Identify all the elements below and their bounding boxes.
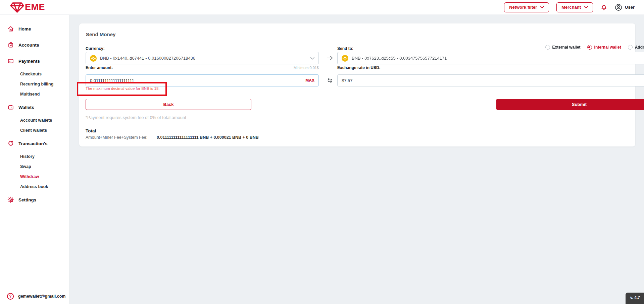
minimum-hint: Minimum 0.01$ (86, 66, 319, 70)
sidebar-item-settings[interactable]: Settings (0, 192, 69, 208)
network-filter-button[interactable]: Network filter (504, 2, 549, 12)
sidebar-item-history[interactable]: History (0, 151, 69, 162)
currency-select-value: BNB - 0x1440..d67441 - 0.016000827206718… (100, 56, 195, 61)
currency-label: Currency: (86, 46, 105, 51)
send-to-radio-group: External wallet Internal wallet Address … (337, 45, 644, 50)
amount-input-wrap: MAX (86, 74, 319, 86)
user-avatar-icon (615, 4, 622, 11)
sidebar-item-recurring-billing[interactable]: Recurring billing (0, 79, 69, 89)
merchant-button[interactable]: Merchant (556, 2, 593, 12)
sidebar-item-home[interactable]: Home (0, 21, 69, 37)
chevron-down-icon (540, 6, 544, 8)
amount-input[interactable] (90, 78, 305, 83)
exchange-rate-input-wrap (337, 74, 644, 86)
sidebar-nav: Home Accounts Payments Checkouts Recurri… (0, 15, 69, 304)
help-icon[interactable]: ? (7, 293, 14, 300)
sidebar-item-multisend[interactable]: Multisend (0, 89, 69, 99)
radio-internal-wallet[interactable]: Internal wallet (587, 45, 621, 50)
card-icon (7, 58, 14, 64)
recipient-select-value: BNB - 0x7623..d25c55 - 0.003475756577214… (352, 56, 447, 61)
total-breakdown-value: 0.011111111111111111 BNB + 0.000021 BNB … (157, 135, 259, 140)
top-header: EME Network filter Merchant (0, 0, 644, 15)
exchange-rate-label: Exchange rate in USD: (337, 65, 381, 70)
exchange-rate-input[interactable] (342, 78, 644, 83)
logo-text: EME (25, 2, 45, 12)
radio-circle-icon (587, 45, 592, 50)
bnb-coin-icon (342, 55, 348, 62)
max-button[interactable]: MAX (305, 78, 314, 83)
radio-circle-icon (545, 45, 550, 50)
radio-circle-icon (628, 45, 633, 50)
total-row: Amount+Miner Fee+System Fee: 0.011111111… (86, 135, 259, 140)
sidebar-item-checkouts[interactable]: Checkouts (0, 69, 69, 79)
account-email: gemewallet@gmail.com (18, 294, 65, 299)
sidebar-item-payments[interactable]: Payments (0, 53, 69, 69)
sidebar-item-swap[interactable]: Swap (0, 162, 69, 172)
swap-icon[interactable] (325, 77, 335, 84)
arrow-right-icon (325, 55, 335, 61)
sidebar-item-accounts[interactable]: Accounts (0, 37, 69, 53)
svg-text:?: ? (9, 294, 11, 299)
currency-select[interactable]: BNB - 0x1440..d67441 - 0.016000827206718… (86, 52, 319, 64)
page-title: Send Money (86, 32, 115, 37)
chevron-down-icon (584, 6, 588, 8)
wallet-icon (7, 104, 14, 111)
sidebar-item-wallets[interactable]: Wallets (0, 99, 69, 115)
bag-icon (7, 42, 14, 48)
gear-icon (7, 196, 14, 203)
recipient-select[interactable]: BNB - 0x7623..d25c55 - 0.003475756577214… (337, 52, 644, 64)
gem-logo-icon (10, 1, 24, 13)
user-menu[interactable]: User (615, 4, 635, 11)
radio-address-book[interactable]: Address Book (628, 45, 644, 50)
sidebar-item-account-wallets[interactable]: Account wallets (0, 115, 69, 125)
system-fee-note: *Payment requires system fee of 0% of to… (86, 115, 186, 120)
amount-error-message: The maximum decimal value for BNB is 18. (86, 86, 160, 90)
bnb-coin-icon (90, 55, 97, 62)
user-label: User (625, 5, 635, 10)
sidebar-item-client-wallets[interactable]: Client wallets (0, 125, 69, 135)
send-money-card: Send Money Currency: Send to: External w… (79, 23, 635, 146)
chevron-down-icon (310, 57, 314, 60)
total-breakdown-label: Amount+Miner Fee+System Fee: (86, 135, 147, 140)
sidebar-item-address-book[interactable]: Address book (0, 182, 69, 192)
sidebar-item-withdraw[interactable]: Withdraw (0, 172, 69, 182)
radio-external-wallet[interactable]: External wallet (545, 45, 581, 50)
back-button[interactable]: Back (86, 99, 251, 110)
app-logo[interactable]: EME (10, 1, 45, 13)
version-badge: v. 4.7 (626, 293, 644, 304)
home-icon (7, 25, 14, 32)
submit-button[interactable]: Submit (496, 99, 644, 110)
history-icon (7, 140, 14, 147)
sidebar-item-transactions[interactable]: Transaction's (0, 135, 69, 151)
total-title: Total (86, 128, 96, 133)
notification-bell-icon[interactable] (600, 4, 607, 11)
main-area: Send Money Currency: Send to: External w… (69, 15, 644, 304)
